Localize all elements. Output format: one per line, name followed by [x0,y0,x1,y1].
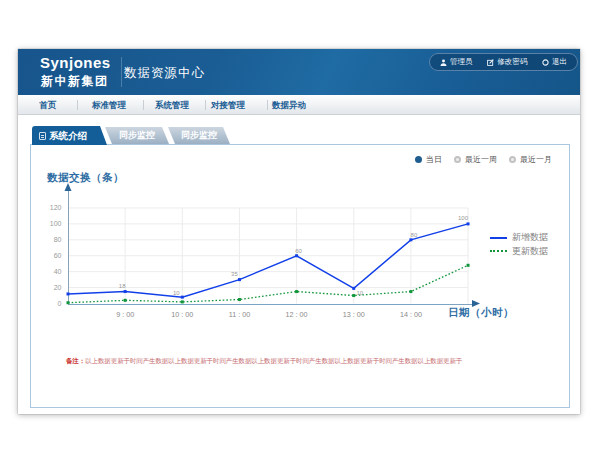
admin-button[interactable]: 管理员 [440,57,473,67]
nav-divider [143,100,144,110]
edit-icon [487,59,494,66]
app-title: 数据资源中心 [124,65,205,82]
legend-item-new-data: 新增数据 [490,231,548,245]
logo-primary: Synjones [40,54,111,71]
radio-today[interactable]: 当日 [415,154,442,165]
nav-item-standards[interactable]: 标准管理 [92,95,126,115]
nav-item-integration[interactable]: 对接管理 [211,95,245,115]
radio-unselected-icon [509,156,516,163]
radio-last-week[interactable]: 最近一周 [454,154,497,165]
range-filter: 当日 最近一周 最近一月 [415,154,552,165]
nav-item-system[interactable]: 系统管理 [155,95,189,115]
footnote-text: 以上数据更新于时间产生数据以上数据更新于时间产生数据以上数据更新于时间产生数据以… [85,357,462,364]
document-icon [39,132,46,140]
footnote: 备注：以上数据更新于时间产生数据以上数据更新于时间产生数据以上数据更新于时间产生… [66,357,462,366]
nav-divider [77,100,78,110]
legend-item-updated-data: 更新数据 [490,245,548,259]
app-header: Synjones 新中新集团 数据资源中心 管理员 修改密码 退出 [18,49,580,95]
logo-secondary: 新中新集团 [41,73,109,90]
tab-system-intro[interactable]: 系统介绍 [32,126,107,145]
chart-legend: 新增数据 更新数据 [490,231,548,258]
nav-item-data-change[interactable]: 数据异动 [272,95,306,115]
nav-item-home[interactable]: 首页 [40,95,57,115]
logout-button[interactable]: 退出 [542,57,567,67]
y-axis-title: 数据交换（条） [47,171,124,185]
radio-selected-icon [415,156,422,163]
radio-last-month[interactable]: 最近一月 [509,154,552,165]
logo-divider [121,57,122,87]
tab-sync-monitor-1[interactable]: 同步监控 [105,127,169,144]
x-axis-title: 日期（小时） [448,306,514,320]
logout-icon [542,59,549,66]
tab-sync-monitor-2[interactable]: 同步监控 [168,127,230,144]
solid-line-swatch-icon [490,237,507,239]
app-window: Synjones 新中新集团 数据资源中心 管理员 修改密码 退出 首页 标准管… [18,49,580,414]
user-icon [440,59,447,66]
change-password-button[interactable]: 修改密码 [487,57,527,67]
radio-unselected-icon [454,156,461,163]
nav-divider [267,100,268,110]
user-menu: 管理员 修改密码 退出 [429,53,578,71]
dotted-line-swatch-icon [490,250,507,252]
footnote-label: 备注： [66,357,85,364]
main-nav: 首页 标准管理 系统管理 对接管理 数据异动 [18,95,580,115]
nav-divider [205,100,206,110]
